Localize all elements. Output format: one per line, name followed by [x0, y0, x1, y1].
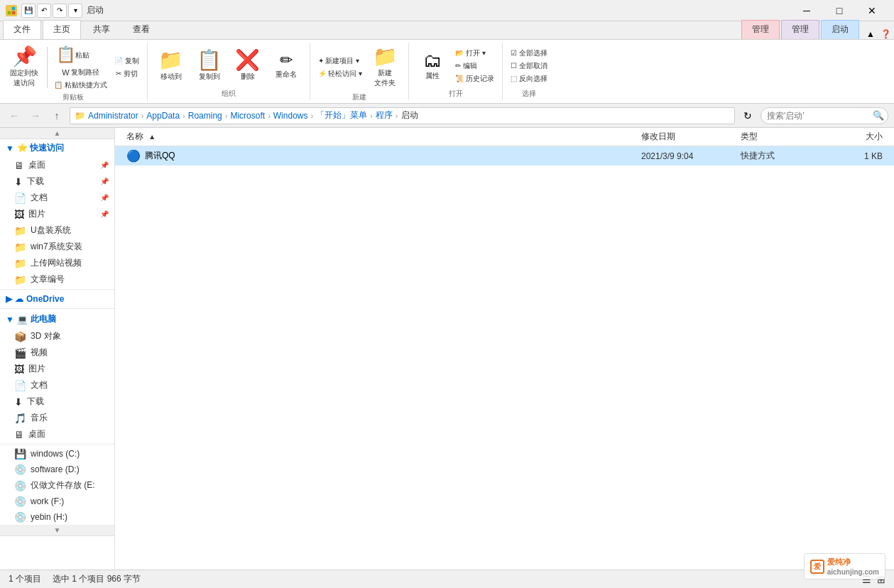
invert-select-button[interactable]: ⬚ 反向选择: [508, 73, 550, 85]
bc-microsoft[interactable]: Microsoft: [230, 111, 265, 121]
properties-button[interactable]: 🗂 属性: [415, 48, 450, 84]
sidebar-item-downloads2[interactable]: ⬇ 下载: [0, 393, 114, 410]
quick-redo-btn[interactable]: ↷: [53, 4, 67, 18]
open-label: 打开: [449, 89, 463, 99]
quick-save-btn[interactable]: 💾: [21, 4, 36, 18]
drive-c-icon: 💾: [14, 448, 26, 459]
sidebar-item-label: U盘装系统: [31, 224, 71, 236]
onedrive-header[interactable]: ▶ ☁ OneDrive: [0, 291, 114, 307]
new-item-button[interactable]: ✦ 新建项目 ▾: [316, 55, 362, 67]
window-controls[interactable]: ─ □ ✕: [790, 0, 888, 21]
new-folder-button[interactable]: 📁 新建文件夹: [367, 44, 403, 91]
up-button[interactable]: ↑: [48, 107, 65, 124]
videos-icon: 🎬: [14, 347, 26, 359]
this-pc-header[interactable]: ▼ 💻 此电脑: [0, 310, 114, 328]
maximize-button[interactable]: □: [823, 0, 856, 21]
delete-button[interactable]: ❌ 删除: [230, 48, 266, 85]
minimize-button[interactable]: ─: [790, 0, 823, 21]
tab-view[interactable]: 查看: [122, 20, 160, 39]
col-header-date[interactable]: 修改日期: [641, 131, 741, 143]
pin-to-quickaccess-button[interactable]: 📌 固定到快速访问: [6, 44, 43, 91]
quick-more-btn[interactable]: ▾: [68, 4, 82, 18]
back-button[interactable]: ←: [6, 107, 23, 124]
sidebar-item-label: 下载: [27, 175, 44, 187]
sidebar-item-label: windows (C:): [31, 449, 80, 459]
rename-button[interactable]: ✏ 重命名: [268, 50, 304, 82]
tab-share[interactable]: 共享: [82, 20, 121, 39]
tab-file[interactable]: 文件: [3, 20, 41, 39]
sidebar-item-videos[interactable]: 🎬 视频: [0, 344, 114, 361]
tab-manage2[interactable]: 管理: [781, 20, 819, 39]
quick-undo-btn[interactable]: ↶: [37, 4, 51, 18]
table-row[interactable]: 🔵 腾讯QQ 2021/3/9 9:04 快捷方式 1 KB: [115, 146, 894, 165]
sidebar-item-pictures2[interactable]: 🖼 图片: [0, 361, 114, 377]
paste-shortcut-button[interactable]: 📋 粘贴快捷方式: [52, 80, 109, 91]
col-header-size[interactable]: 大小: [826, 131, 883, 143]
bc-administrator[interactable]: Administrator: [88, 111, 138, 121]
sidebar-item-desktop2[interactable]: 🖥 桌面: [0, 426, 114, 442]
tab-startup[interactable]: 启动: [821, 20, 859, 39]
move-to-button[interactable]: 📁 移动到: [153, 48, 189, 85]
scroll-up-indicator[interactable]: ▲: [0, 128, 114, 139]
close-button[interactable]: ✕: [856, 0, 888, 21]
newfolder-icon: 📁: [373, 47, 398, 67]
help-btn[interactable]: ❓: [881, 29, 891, 39]
open-button[interactable]: 📂 打开 ▾: [453, 48, 488, 59]
bc-windows[interactable]: Windows: [273, 111, 308, 121]
breadcrumb[interactable]: 📁 Administrator › AppData › Roaming › Mi…: [70, 107, 735, 124]
sidebar-item-articles[interactable]: 📁 文章编号: [0, 271, 114, 288]
sidebar-item-drive-c[interactable]: 💾 windows (C:): [0, 446, 114, 462]
select-content: ☑ 全部选择 ☐ 全部取消 ⬚ 反向选择: [508, 44, 550, 87]
cut-button[interactable]: ✂ 剪切: [112, 68, 141, 80]
sidebar-item-udisk[interactable]: 📁 U盘装系统: [0, 222, 114, 239]
edit-button[interactable]: ✏ 编辑: [453, 60, 479, 72]
sidebar-item-drive-d[interactable]: 💿 software (D:): [0, 462, 114, 477]
bc-programs[interactable]: 程序: [376, 109, 393, 121]
properties-icon: 🗂: [423, 51, 442, 70]
select-all-button[interactable]: ☑ 全部选择: [508, 48, 550, 59]
sidebar-item-downloads[interactable]: ⬇ 下载 📌: [0, 173, 114, 190]
copy-to-button[interactable]: 📋 复制到: [192, 48, 227, 85]
sidebar-item-music[interactable]: 🎵 音乐: [0, 410, 114, 426]
bc-startmenu[interactable]: 「开始」菜单: [316, 109, 367, 121]
tab-manage1[interactable]: 管理: [741, 20, 780, 39]
col-header-type[interactable]: 类型: [741, 131, 826, 143]
history-button[interactable]: 📜 历史记录: [453, 73, 496, 85]
sidebar-item-label: software (D:): [31, 464, 80, 474]
ribbon-collapse-btn[interactable]: ▲: [866, 29, 875, 39]
drive-f-icon: 💿: [14, 496, 26, 507]
sidebar-item-3dobjects[interactable]: 📦 3D 对象: [0, 328, 114, 344]
search-input[interactable]: [761, 107, 888, 124]
watermark-icon: 爱: [810, 560, 824, 574]
forward-button[interactable]: →: [27, 107, 44, 124]
scroll-down-indicator[interactable]: ▼: [0, 525, 114, 536]
sidebar-item-label: win7系统安装: [31, 241, 82, 253]
sidebar-item-drive-h[interactable]: 💿 yebin (H:): [0, 509, 114, 525]
file-list: 名称 ▲ 修改日期 类型 大小 🔵 腾讯QQ 2021/3/9 9:04 快捷方…: [115, 128, 894, 570]
tab-home[interactable]: 主页: [43, 20, 81, 39]
paste-button[interactable]: 📋 粘贴: [52, 44, 109, 65]
quick-access-header[interactable]: ▼ ⭐ 快速访问: [0, 139, 114, 157]
sidebar-item-documents2[interactable]: 📄 文档: [0, 377, 114, 393]
sidebar-item-win7[interactable]: 📁 win7系统安装: [0, 239, 114, 255]
select-none-button[interactable]: ☐ 全部取消: [508, 60, 550, 72]
refresh-button[interactable]: ↻: [739, 107, 756, 124]
sidebar-item-drive-f[interactable]: 💿 work (F:): [0, 494, 114, 509]
divider2: [0, 308, 114, 309]
sidebar-item-documents[interactable]: 📄 文档 📌: [0, 190, 114, 206]
clipboard-label: 剪贴板: [62, 92, 84, 102]
organize-label: 组织: [222, 89, 236, 99]
svg-rect-2: [8, 11, 11, 14]
copy-path-button[interactable]: W 复制路径: [52, 67, 109, 78]
copy-button[interactable]: 📄 复制: [112, 55, 141, 67]
empty-file-area[interactable]: [115, 165, 894, 570]
col-header-name[interactable]: 名称 ▲: [126, 131, 641, 143]
sidebar-item-desktop[interactable]: 🖥 桌面 📌: [0, 157, 114, 173]
sidebar-item-upload[interactable]: 📁 上传网站视频: [0, 255, 114, 271]
bc-appdata[interactable]: AppData: [146, 111, 180, 121]
easy-access-button[interactable]: ⚡ 轻松访问 ▾: [316, 68, 365, 80]
sidebar-item-drive-e[interactable]: 💿 仅做文件存放 (E:: [0, 477, 114, 494]
quick-access-buttons[interactable]: 💾 ↶ ↷ ▾: [21, 4, 82, 18]
bc-roaming[interactable]: Roaming: [188, 111, 222, 121]
sidebar-item-pictures[interactable]: 🖼 图片 📌: [0, 206, 114, 222]
